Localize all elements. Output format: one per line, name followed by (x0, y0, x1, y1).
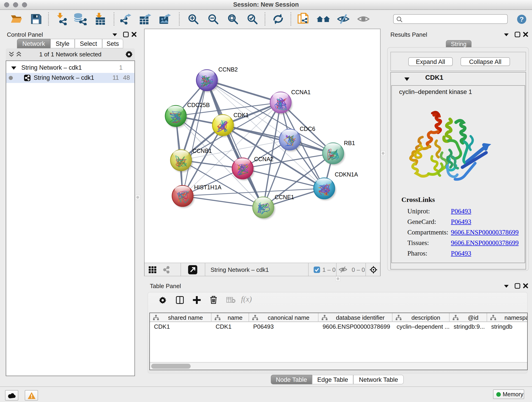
svg-text:CDKN1A: CDKN1A (335, 171, 358, 178)
svg-text:CCNA2: CCNA2 (254, 156, 273, 162)
svg-text:CDC6: CDC6 (300, 126, 315, 132)
svg-text:HIST1H1A: HIST1H1A (194, 184, 222, 191)
svg-text:?: ? (520, 15, 524, 23)
svg-text:CCNB1: CCNB1 (192, 148, 212, 154)
svg-text:CCNE1: CCNE1 (275, 194, 294, 200)
svg-text:RB1: RB1 (344, 140, 355, 146)
svg-text:CCNA1: CCNA1 (291, 89, 311, 95)
svg-text:CCNB2: CCNB2 (218, 66, 238, 73)
svg-text:CDK1: CDK1 (234, 112, 249, 118)
svg-text:CDC25B: CDC25B (187, 102, 210, 108)
